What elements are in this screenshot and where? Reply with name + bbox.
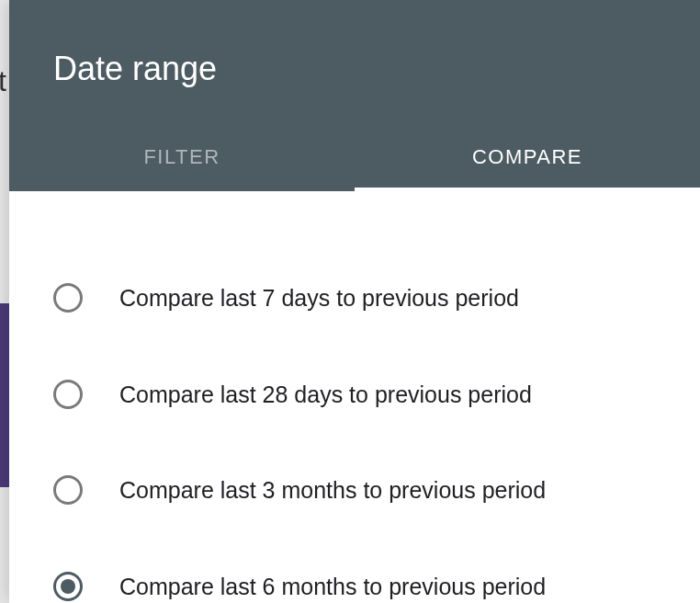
radio-icon — [53, 475, 83, 505]
option-7-days[interactable]: Compare last 7 days to previous period — [53, 265, 656, 332]
option-label: Compare last 7 days to previous period — [119, 283, 519, 313]
option-label: Compare last 3 months to previous period — [119, 475, 546, 506]
date-range-sheet: Date range FILTER COMPARE Compare last 7… — [9, 0, 700, 603]
backdrop-text-fragment: t — [0, 64, 6, 98]
sheet-header: Date range FILTER COMPARE — [9, 0, 700, 191]
tab-compare[interactable]: COMPARE — [355, 125, 700, 191]
backdrop-accent — [0, 303, 9, 487]
sheet-title: Date range — [9, 0, 700, 125]
compare-options: Compare last 7 days to previous period C… — [9, 191, 700, 603]
option-label: Compare last 6 months to previous period — [119, 572, 546, 602]
option-28-days[interactable]: Compare last 28 days to previous period — [53, 361, 656, 428]
tab-filter[interactable]: FILTER — [9, 125, 355, 191]
tab-bar: FILTER COMPARE — [9, 125, 700, 191]
radio-icon — [53, 380, 83, 409]
radio-icon — [53, 283, 83, 313]
radio-icon-selected — [53, 572, 83, 601]
option-label: Compare last 28 days to previous period — [119, 380, 532, 410]
option-3-months[interactable]: Compare last 3 months to previous period — [53, 457, 656, 524]
option-6-months[interactable]: Compare last 6 months to previous period — [53, 553, 656, 604]
